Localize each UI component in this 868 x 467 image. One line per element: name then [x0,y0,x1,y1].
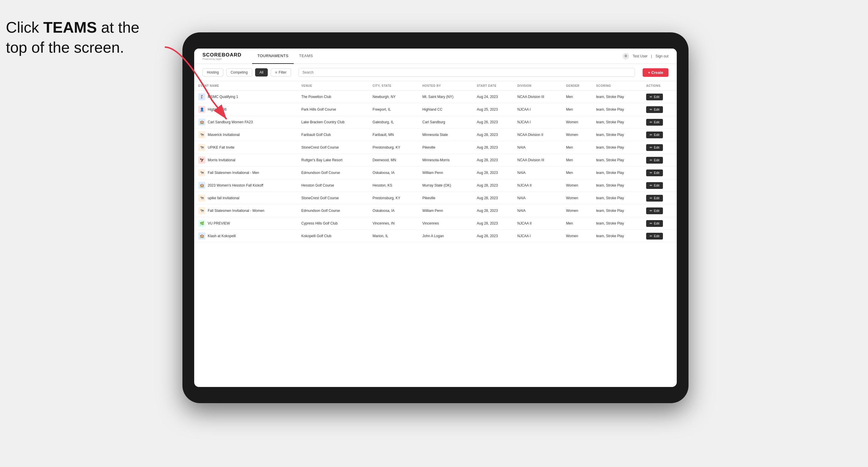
col-start-date: START DATE [472,81,513,91]
cell-hosted: Pikeville [418,141,473,154]
edit-button[interactable]: ✏ Edit [646,182,663,189]
cell-division: NJCAA I [513,230,562,243]
cell-division: NCAA Division III [513,154,562,166]
cell-city: Oskaloosa, IA [368,205,418,217]
cell-date: Aug 28, 2023 [472,205,513,217]
cell-date: Aug 28, 2023 [472,166,513,179]
edit-button[interactable]: ✏ Edit [646,131,663,138]
settings-icon[interactable]: ⚙ [623,53,629,59]
cell-event-name: 🐄 upike fall invitational [194,192,297,205]
col-scoring: SCORING [592,81,642,91]
table-body: 🏌 MSMC Qualifying 1 The Powelton Club Ne… [194,91,677,243]
edit-button[interactable]: ✏ Edit [646,94,663,100]
all-button[interactable]: All [255,68,268,76]
edit-button[interactable]: ✏ Edit [646,195,663,201]
cell-date: Aug 28, 2023 [472,230,513,243]
cell-gender: Women [562,116,592,129]
edit-button[interactable]: ✏ Edit [646,169,663,176]
user-name: Test User [632,54,648,58]
sign-out-link[interactable]: Sign out [656,54,669,58]
table-container: EVENT NAME VENUE CITY, STATE HOSTED BY S… [194,81,677,387]
cell-gender: Women [562,192,592,205]
cell-city: Marion, IL [368,230,418,243]
edit-button[interactable]: ✏ Edit [646,144,663,151]
cell-actions: ✏ Edit [642,141,677,154]
col-hosted: HOSTED BY [418,81,473,91]
cell-gender: Women [562,230,592,243]
edit-label: Edit [654,158,659,162]
cell-hosted: Vincennes [418,217,473,230]
cell-gender: Women [562,205,592,217]
cell-date: Aug 26, 2023 [472,116,513,129]
nav-tab-tournaments[interactable]: TOURNAMENTS [252,49,294,64]
edit-label: Edit [654,171,659,175]
edit-icon: ✏ [650,133,652,137]
edit-button[interactable]: ✏ Edit [646,220,663,227]
cell-actions: ✏ Edit [642,166,677,179]
nav-tab-teams[interactable]: TEAMS [293,49,318,64]
search-input[interactable] [299,68,635,77]
cell-scoring: team, Stroke Play [592,230,642,243]
event-name-text: Highland 36 [208,107,226,112]
logo-text: SCOREBOARD [203,52,242,58]
edit-button[interactable]: ✏ Edit [646,208,663,214]
instruction-text: Click TEAMS at thetop of the screen. [6,18,140,57]
logo-area: SCOREBOARD Powered by clippit [203,52,242,60]
team-icon: 🐄 [198,144,206,151]
cell-venue: Ruttger's Bay Lake Resort [297,154,368,166]
table-row: 🐄 Fall Statesmen Invitational - Women Ed… [194,205,677,217]
cell-gender: Men [562,103,592,116]
cell-scoring: team, Stroke Play [592,116,642,129]
table-row: 🌿 VU PREVIEW Cypress Hills Golf Club Vin… [194,217,677,230]
tablet-screen: SCOREBOARD Powered by clippit TOURNAMENT… [194,49,677,387]
cell-actions: ✏ Edit [642,217,677,230]
edit-icon: ✏ [650,95,652,99]
filter-icon: ≡ [275,70,277,74]
team-icon: 🏫 [198,119,206,126]
competing-button[interactable]: Competing [226,68,252,76]
cell-event-name: 🌿 VU PREVIEW [194,217,297,230]
table-row: 🐄 Maverick Invitational Faribault Golf C… [194,129,677,141]
edit-icon: ✏ [650,171,652,175]
cell-city: Newburgh, NY [368,91,418,103]
cell-gender: Men [562,217,592,230]
cell-event-name: 🐄 Fall Statesmen Invitational - Women [194,205,297,217]
team-icon: 🏫 [198,232,206,240]
team-icon: 👤 [198,106,206,113]
cell-date: Aug 28, 2023 [472,179,513,192]
create-button[interactable]: + Create [643,68,669,77]
cell-event-name: 🐄 Fall Statesmen Invitational - Men [194,166,297,179]
event-name-text: Fall Statesmen Invitational - Men [208,171,259,175]
edit-icon: ✏ [650,146,652,150]
table-row: 🐄 upike fall invitational StoneCrest Gol… [194,192,677,205]
col-city: CITY, STATE [368,81,418,91]
edit-button[interactable]: ✏ Edit [646,119,663,126]
nav-right: ⚙ Test User | Sign out [623,53,669,59]
cell-division: NCAA Division II [513,129,562,141]
edit-button[interactable]: ✏ Edit [646,106,663,113]
edit-button[interactable]: ✏ Edit [646,157,663,164]
cell-date: Aug 28, 2023 [472,192,513,205]
team-icon: 🐄 [198,194,206,201]
event-name-text: 2023 Women's Hesston Fall Kickoff [208,183,264,187]
edit-button[interactable]: ✏ Edit [646,233,663,240]
cell-division: NJCAA II [513,179,562,192]
edit-label: Edit [654,234,659,238]
cell-venue: Cypress Hills Golf Club [297,217,368,230]
cell-date: Aug 28, 2023 [472,217,513,230]
hosting-button[interactable]: Hosting [203,68,223,76]
edit-label: Edit [654,133,659,136]
nav-tabs: TOURNAMENTS TEAMS [252,49,623,64]
filter-button[interactable]: ≡ Filter [271,68,291,76]
cell-actions: ✏ Edit [642,230,677,243]
cell-date: Aug 28, 2023 [472,129,513,141]
tournaments-table: EVENT NAME VENUE CITY, STATE HOSTED BY S… [194,81,677,243]
cell-gender: Women [562,129,592,141]
event-name-text: VU PREVIEW [208,221,230,225]
cell-scoring: team, Stroke Play [592,179,642,192]
cell-scoring: team, Stroke Play [592,141,642,154]
team-icon: 🐄 [198,169,206,176]
cell-actions: ✏ Edit [642,205,677,217]
cell-actions: ✏ Edit [642,116,677,129]
cell-city: Deerwood, MN [368,154,418,166]
